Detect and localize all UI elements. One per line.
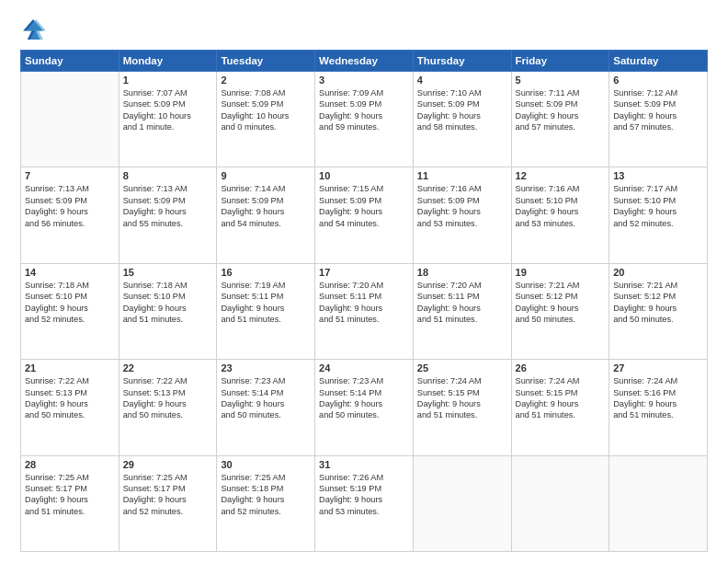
cell-text: Sunrise: 7:20 AM Sunset: 5:11 PM Dayligh…	[319, 280, 409, 326]
weekday-header-saturday: Saturday	[609, 51, 708, 72]
page: SundayMondayTuesdayWednesdayThursdayFrid…	[0, 0, 728, 563]
calendar-body: 1Sunrise: 7:07 AM Sunset: 5:09 PM Daylig…	[21, 72, 708, 552]
cell-text: Sunrise: 7:18 AM Sunset: 5:10 PM Dayligh…	[25, 280, 115, 326]
day-number: 11	[417, 170, 507, 181]
weekday-header-friday: Friday	[511, 51, 609, 72]
day-number: 1	[123, 75, 213, 86]
calendar-cell: 11Sunrise: 7:16 AM Sunset: 5:09 PM Dayli…	[413, 167, 511, 263]
day-number: 30	[221, 459, 311, 470]
calendar-cell: 17Sunrise: 7:20 AM Sunset: 5:11 PM Dayli…	[315, 263, 414, 359]
cell-text: Sunrise: 7:22 AM Sunset: 5:13 PM Dayligh…	[123, 375, 213, 421]
day-number: 13	[613, 170, 703, 181]
calendar-cell	[21, 72, 119, 167]
calendar-cell: 29Sunrise: 7:25 AM Sunset: 5:17 PM Dayli…	[119, 455, 217, 551]
day-number: 4	[417, 75, 507, 86]
day-number: 31	[319, 459, 409, 470]
calendar-cell: 19Sunrise: 7:21 AM Sunset: 5:12 PM Dayli…	[511, 263, 609, 359]
cell-text: Sunrise: 7:25 AM Sunset: 5:17 PM Dayligh…	[25, 472, 115, 518]
cell-text: Sunrise: 7:23 AM Sunset: 5:14 PM Dayligh…	[221, 375, 311, 421]
calendar-cell: 21Sunrise: 7:22 AM Sunset: 5:13 PM Dayli…	[21, 360, 119, 455]
calendar-cell: 12Sunrise: 7:16 AM Sunset: 5:10 PM Dayli…	[511, 167, 609, 263]
cell-text: Sunrise: 7:24 AM Sunset: 5:15 PM Dayligh…	[417, 375, 507, 421]
calendar-cell: 4Sunrise: 7:10 AM Sunset: 5:09 PM Daylig…	[413, 72, 511, 167]
day-number: 6	[613, 75, 703, 86]
calendar-cell	[609, 455, 708, 551]
day-number: 28	[25, 459, 115, 470]
day-number: 21	[25, 362, 115, 373]
day-number: 8	[123, 170, 213, 181]
cell-text: Sunrise: 7:25 AM Sunset: 5:17 PM Dayligh…	[123, 472, 213, 518]
calendar-cell: 14Sunrise: 7:18 AM Sunset: 5:10 PM Dayli…	[21, 263, 119, 359]
calendar-cell: 15Sunrise: 7:18 AM Sunset: 5:10 PM Dayli…	[119, 263, 217, 359]
cell-text: Sunrise: 7:08 AM Sunset: 5:09 PM Dayligh…	[221, 87, 311, 133]
calendar-cell: 28Sunrise: 7:25 AM Sunset: 5:17 PM Dayli…	[21, 455, 119, 551]
calendar-cell: 16Sunrise: 7:19 AM Sunset: 5:11 PM Dayli…	[217, 263, 315, 359]
cell-text: Sunrise: 7:13 AM Sunset: 5:09 PM Dayligh…	[25, 183, 115, 229]
calendar-cell: 20Sunrise: 7:21 AM Sunset: 5:12 PM Dayli…	[609, 263, 708, 359]
calendar-cell: 25Sunrise: 7:24 AM Sunset: 5:15 PM Dayli…	[413, 360, 511, 455]
day-number: 15	[123, 267, 213, 278]
cell-text: Sunrise: 7:22 AM Sunset: 5:13 PM Dayligh…	[25, 375, 115, 421]
calendar-cell	[413, 455, 511, 551]
day-number: 24	[319, 362, 409, 373]
day-number: 16	[221, 267, 311, 278]
cell-text: Sunrise: 7:12 AM Sunset: 5:09 PM Dayligh…	[613, 87, 703, 133]
calendar-cell: 8Sunrise: 7:13 AM Sunset: 5:09 PM Daylig…	[119, 167, 217, 263]
day-number: 22	[123, 362, 213, 373]
header	[20, 17, 708, 42]
day-number: 12	[516, 170, 606, 181]
calendar-cell: 3Sunrise: 7:09 AM Sunset: 5:09 PM Daylig…	[315, 72, 414, 167]
cell-text: Sunrise: 7:19 AM Sunset: 5:11 PM Dayligh…	[221, 280, 311, 326]
day-number: 25	[417, 362, 507, 373]
cell-text: Sunrise: 7:07 AM Sunset: 5:09 PM Dayligh…	[123, 87, 213, 133]
calendar-cell: 26Sunrise: 7:24 AM Sunset: 5:15 PM Dayli…	[511, 360, 609, 455]
calendar-cell: 22Sunrise: 7:22 AM Sunset: 5:13 PM Dayli…	[119, 360, 217, 455]
cell-text: Sunrise: 7:26 AM Sunset: 5:19 PM Dayligh…	[319, 472, 409, 518]
calendar-cell: 10Sunrise: 7:15 AM Sunset: 5:09 PM Dayli…	[315, 167, 414, 263]
cell-text: Sunrise: 7:16 AM Sunset: 5:10 PM Dayligh…	[516, 183, 606, 229]
weekday-header-monday: Monday	[119, 51, 217, 72]
calendar-cell: 27Sunrise: 7:24 AM Sunset: 5:16 PM Dayli…	[609, 360, 708, 455]
day-number: 26	[516, 362, 606, 373]
calendar-cell: 5Sunrise: 7:11 AM Sunset: 5:09 PM Daylig…	[511, 72, 609, 167]
day-number: 9	[221, 170, 311, 181]
calendar-cell: 7Sunrise: 7:13 AM Sunset: 5:09 PM Daylig…	[21, 167, 119, 263]
weekday-header-tuesday: Tuesday	[217, 51, 315, 72]
cell-text: Sunrise: 7:17 AM Sunset: 5:10 PM Dayligh…	[613, 183, 703, 229]
calendar-cell: 24Sunrise: 7:23 AM Sunset: 5:14 PM Dayli…	[315, 360, 414, 455]
cell-text: Sunrise: 7:09 AM Sunset: 5:09 PM Dayligh…	[319, 87, 409, 133]
calendar-week-row: 14Sunrise: 7:18 AM Sunset: 5:10 PM Dayli…	[21, 263, 708, 359]
day-number: 29	[123, 459, 213, 470]
day-number: 3	[319, 75, 409, 86]
day-number: 5	[516, 75, 606, 86]
cell-text: Sunrise: 7:18 AM Sunset: 5:10 PM Dayligh…	[123, 280, 213, 326]
day-number: 7	[25, 170, 115, 181]
weekday-header-sunday: Sunday	[21, 51, 119, 72]
logo	[20, 17, 50, 42]
day-number: 2	[221, 75, 311, 86]
calendar-week-row: 7Sunrise: 7:13 AM Sunset: 5:09 PM Daylig…	[21, 167, 708, 263]
calendar-table: SundayMondayTuesdayWednesdayThursdayFrid…	[20, 50, 708, 552]
calendar-cell: 2Sunrise: 7:08 AM Sunset: 5:09 PM Daylig…	[217, 72, 315, 167]
cell-text: Sunrise: 7:21 AM Sunset: 5:12 PM Dayligh…	[516, 280, 606, 326]
cell-text: Sunrise: 7:15 AM Sunset: 5:09 PM Dayligh…	[319, 183, 409, 229]
day-number: 14	[25, 267, 115, 278]
day-number: 23	[221, 362, 311, 373]
cell-text: Sunrise: 7:24 AM Sunset: 5:15 PM Dayligh…	[516, 375, 606, 421]
calendar-cell: 30Sunrise: 7:25 AM Sunset: 5:18 PM Dayli…	[217, 455, 315, 551]
day-number: 20	[613, 267, 703, 278]
logo-icon	[20, 17, 46, 42]
calendar-cell: 9Sunrise: 7:14 AM Sunset: 5:09 PM Daylig…	[217, 167, 315, 263]
calendar-week-row: 21Sunrise: 7:22 AM Sunset: 5:13 PM Dayli…	[21, 360, 708, 455]
cell-text: Sunrise: 7:25 AM Sunset: 5:18 PM Dayligh…	[221, 472, 311, 518]
cell-text: Sunrise: 7:20 AM Sunset: 5:11 PM Dayligh…	[417, 280, 507, 326]
day-number: 10	[319, 170, 409, 181]
day-number: 27	[613, 362, 703, 373]
calendar-cell: 6Sunrise: 7:12 AM Sunset: 5:09 PM Daylig…	[609, 72, 708, 167]
cell-text: Sunrise: 7:14 AM Sunset: 5:09 PM Dayligh…	[221, 183, 311, 229]
calendar-cell: 18Sunrise: 7:20 AM Sunset: 5:11 PM Dayli…	[413, 263, 511, 359]
day-number: 17	[319, 267, 409, 278]
cell-text: Sunrise: 7:23 AM Sunset: 5:14 PM Dayligh…	[319, 375, 409, 421]
cell-text: Sunrise: 7:11 AM Sunset: 5:09 PM Dayligh…	[516, 87, 606, 133]
weekday-header-wednesday: Wednesday	[315, 51, 414, 72]
